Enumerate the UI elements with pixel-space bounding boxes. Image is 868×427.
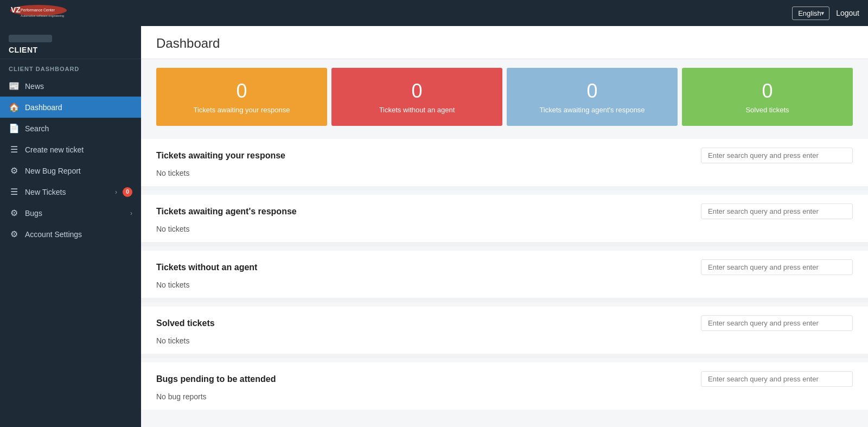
search-without-agent[interactable] — [701, 259, 853, 275]
section-title-without-agent: Tickets without an agent — [156, 263, 257, 272]
section-title-solved-tickets: Solved tickets — [156, 318, 215, 328]
stat-label-solved: Solved tickets — [745, 106, 789, 114]
stat-number-solved: 0 — [762, 80, 773, 103]
search-solved-tickets[interactable] — [701, 315, 853, 331]
section-body-awaiting-your-response: No tickets — [141, 169, 868, 186]
language-select[interactable]: English Spanish French — [792, 7, 829, 20]
sidebar-item-news[interactable]: 📰 News — [0, 75, 141, 97]
section-body-without-agent: No tickets — [141, 281, 868, 298]
new-tickets-badge: 0 — [123, 187, 132, 197]
sidebar-item-new-bug-report[interactable]: ⚙ New Bug Report — [0, 160, 141, 181]
sidebar-item-label-bugs: Bugs — [25, 209, 125, 218]
section-title-awaiting-your-response: Tickets awaiting your response — [156, 151, 285, 161]
stat-number-awaiting-agent: 0 — [586, 80, 597, 103]
stats-row: 0 Tickets awaiting your response 0 Ticke… — [141, 59, 868, 135]
sidebar-item-label-create-ticket: Create new ticket — [25, 145, 132, 154]
bug-report-icon: ⚙ — [9, 165, 20, 176]
sidebar-item-bugs[interactable]: ⚙ Bugs › — [0, 202, 141, 224]
new-tickets-icon: ☰ — [9, 187, 20, 197]
svg-text:Automotive software engineerin: Automotive software engineering — [21, 14, 64, 17]
avatar — [9, 35, 52, 42]
section-solved-tickets: Solved tickets No tickets — [141, 307, 868, 354]
create-ticket-icon: ☰ — [9, 144, 20, 155]
sidebar-item-dashboard[interactable]: 🏠 Dashboard — [0, 97, 141, 118]
sidebar-user-label: CLIENT — [9, 46, 132, 54]
section-body-bugs-pending: No bug reports — [141, 392, 868, 410]
stat-card-awaiting-response[interactable]: 0 Tickets awaiting your response — [156, 68, 327, 126]
stat-card-without-agent[interactable]: 0 Tickets without an agent — [331, 68, 502, 126]
sidebar-item-label-new-tickets: New Tickets — [25, 188, 110, 196]
stat-label-without-agent: Tickets without an agent — [379, 106, 455, 114]
main-header: Dashboard — [141, 26, 868, 59]
divider-4 — [141, 354, 868, 358]
section-header-bugs-pending: Bugs pending to be attended — [141, 362, 868, 392]
divider-2 — [141, 242, 868, 246]
section-body-awaiting-agent-response: No tickets — [141, 225, 868, 242]
section-header-awaiting-your-response: Tickets awaiting your response — [141, 139, 868, 169]
section-awaiting-agent-response: Tickets awaiting agent's response No tic… — [141, 195, 868, 242]
dashboard-icon: 🏠 — [9, 102, 20, 112]
section-header-without-agent: Tickets without an agent — [141, 251, 868, 281]
stat-number-without-agent: 0 — [411, 80, 422, 103]
section-header-solved-tickets: Solved tickets — [141, 307, 868, 336]
logout-button[interactable]: Logout — [836, 9, 859, 17]
top-navigation: VZ Performance Center Automotive softwar… — [0, 0, 868, 26]
sidebar-item-label-search: Search — [25, 124, 132, 133]
sidebar-user-section: CLIENT — [0, 26, 141, 59]
logo: VZ Performance Center Automotive softwar… — [9, 3, 79, 23]
section-without-agent: Tickets without an agent No tickets — [141, 251, 868, 298]
sidebar-item-label-account-settings: Account Settings — [25, 230, 132, 239]
sidebar-item-label-dashboard: Dashboard — [25, 103, 132, 112]
section-bugs-pending: Bugs pending to be attended No bug repor… — [141, 362, 868, 410]
sidebar-item-create-ticket[interactable]: ☰ Create new ticket — [0, 139, 141, 160]
main-content: Dashboard 0 Tickets awaiting your respon… — [141, 26, 868, 427]
stat-card-solved[interactable]: 0 Solved tickets — [682, 68, 853, 126]
language-selector-wrapper[interactable]: English Spanish French ▼ — [792, 7, 829, 20]
sidebar-item-search[interactable]: 📄 Search — [0, 118, 141, 139]
news-icon: 📰 — [9, 81, 20, 91]
topnav-right: English Spanish French ▼ Logout — [792, 7, 859, 20]
chevron-right-icon: › — [115, 188, 117, 196]
search-awaiting-your-response[interactable] — [701, 148, 853, 163]
section-awaiting-your-response: Tickets awaiting your response No ticket… — [141, 139, 868, 186]
page-title: Dashboard — [156, 36, 853, 51]
main-layout: CLIENT CLIENT DASHBOARD 📰 News 🏠 Dashboa… — [0, 26, 868, 427]
search-bugs-pending[interactable] — [701, 371, 853, 387]
search-icon: 📄 — [9, 123, 20, 133]
account-settings-icon: ⚙ — [9, 229, 20, 239]
stat-card-awaiting-agent[interactable]: 0 Tickets awaiting agent's response — [507, 68, 678, 126]
section-title-bugs-pending: Bugs pending to be attended — [156, 374, 276, 384]
stat-label-awaiting-response: Tickets awaiting your response — [194, 106, 290, 114]
sidebar-item-account-settings[interactable]: ⚙ Account Settings — [0, 224, 141, 245]
sidebar-section-label: CLIENT DASHBOARD — [0, 59, 141, 75]
stat-number-awaiting-response: 0 — [236, 80, 247, 103]
sidebar-item-label-new-bug-report: New Bug Report — [25, 167, 132, 175]
divider-3 — [141, 298, 868, 302]
divider-1 — [141, 186, 868, 190]
section-body-solved-tickets: No tickets — [141, 336, 868, 354]
bugs-icon: ⚙ — [9, 208, 20, 218]
section-title-awaiting-agent-response: Tickets awaiting agent's response — [156, 207, 297, 216]
logo-svg: VZ Performance Center Automotive softwar… — [9, 3, 79, 23]
svg-text:Performance Center: Performance Center — [21, 8, 55, 12]
search-awaiting-agent-response[interactable] — [701, 203, 853, 219]
sidebar: CLIENT CLIENT DASHBOARD 📰 News 🏠 Dashboa… — [0, 26, 141, 427]
sidebar-item-label-news: News — [25, 82, 132, 91]
stat-label-awaiting-agent: Tickets awaiting agent's response — [539, 106, 644, 114]
svg-text:VZ: VZ — [11, 5, 21, 14]
section-header-awaiting-agent-response: Tickets awaiting agent's response — [141, 195, 868, 225]
chevron-right-bugs-icon: › — [130, 209, 132, 217]
sidebar-item-new-tickets[interactable]: ☰ New Tickets › 0 — [0, 181, 141, 202]
